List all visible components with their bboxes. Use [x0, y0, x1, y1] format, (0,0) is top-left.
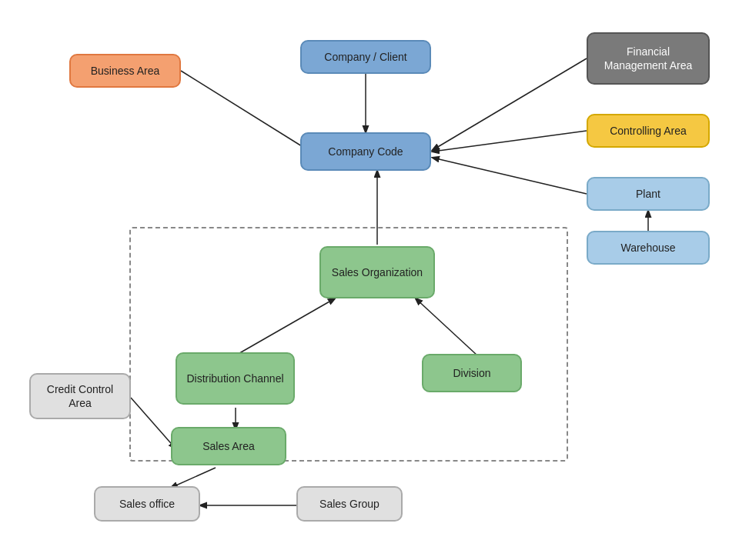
controlling-area-node: Controlling Area [587, 114, 710, 148]
company-code-node: Company Code [300, 132, 431, 171]
business-area-node: Business Area [69, 54, 181, 88]
svg-line-0 [181, 71, 308, 150]
svg-line-2 [433, 58, 587, 150]
company-client-node: Company / Client [300, 40, 431, 74]
financial-mgmt-node: Financial Management Area [587, 32, 710, 85]
diagram: Company / Client Company Code Business A… [0, 0, 749, 560]
svg-line-4 [433, 158, 587, 194]
division-node: Division [422, 354, 522, 392]
svg-line-10 [171, 468, 216, 488]
plant-node: Plant [587, 177, 710, 211]
sales-org-node: Sales Organization [319, 246, 435, 298]
sales-office-node: Sales office [94, 486, 200, 522]
credit-control-node: Credit Control Area [29, 373, 131, 419]
distribution-channel-node: Distribution Channel [176, 352, 295, 405]
sales-area-node: Sales Area [171, 427, 286, 465]
svg-line-3 [433, 131, 587, 152]
sales-group-node: Sales Group [296, 486, 403, 522]
warehouse-node: Warehouse [587, 231, 710, 265]
